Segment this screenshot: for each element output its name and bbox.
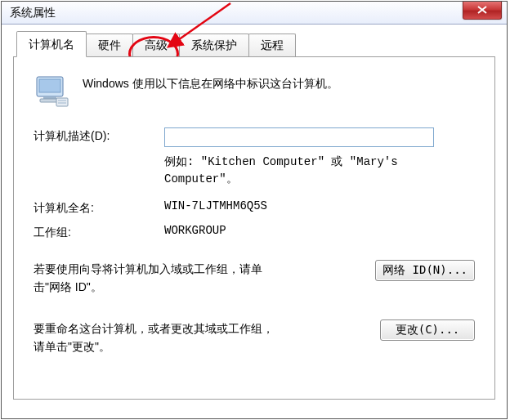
svg-rect-4 xyxy=(56,98,68,106)
form-grid: 计算机描述(D): 例如: "Kitchen Computer" 或 "Mary… xyxy=(34,127,475,240)
change-button[interactable]: 更改(C)... xyxy=(380,319,475,341)
full-computer-name-label: 计算机全名: xyxy=(34,199,164,216)
tabstrip: 计算机名 硬件 高级 系统保护 远程 xyxy=(13,33,495,57)
tab-advanced[interactable]: 高级 xyxy=(132,34,180,57)
close-icon xyxy=(477,6,487,14)
system-properties-window: 系统属性 计算机名 硬件 高级 系统保护 远程 xyxy=(1,1,508,419)
content-area: 计算机名 硬件 高级 系统保护 远程 xyxy=(2,25,507,408)
network-id-text: 若要使用向导将计算机加入域或工作组，请单 击"网络 ID"。 xyxy=(34,260,262,297)
intro-row: Windows 使用以下信息在网络中标识这台计算机。 xyxy=(34,72,475,109)
tab-remote[interactable]: 远程 xyxy=(248,34,296,57)
change-section: 要重命名这台计算机，或者更改其域或工作组， 请单击"更改"。 更改(C)... xyxy=(34,319,475,356)
titlebar: 系统属性 xyxy=(2,2,507,25)
tab-computer-name[interactable]: 计算机名 xyxy=(16,31,87,57)
computer-description-hint: 例如: "Kitchen Computer" 或 "Mary's Compute… xyxy=(164,154,475,188)
computer-description-input[interactable] xyxy=(164,127,434,147)
tab-hardware[interactable]: 硬件 xyxy=(86,34,133,57)
network-id-button[interactable]: 网络 ID(N)... xyxy=(375,260,475,281)
workgroup-label: 工作组: xyxy=(34,224,164,240)
svg-rect-1 xyxy=(39,79,60,92)
computer-icon xyxy=(34,72,71,109)
network-id-section: 若要使用向导将计算机加入域或工作组，请单 击"网络 ID"。 网络 ID(N).… xyxy=(34,260,475,297)
full-computer-name-value: WIN-7LJTMHM6Q5S xyxy=(164,199,475,212)
change-text: 要重命名这台计算机，或者更改其域或工作组， 请单击"更改"。 xyxy=(34,319,274,356)
computer-description-label: 计算机描述(D): xyxy=(34,127,164,144)
window-title: 系统属性 xyxy=(10,6,56,20)
close-button[interactable] xyxy=(463,2,502,20)
tab-body: Windows 使用以下信息在网络中标识这台计算机。 计算机描述(D): 例如:… xyxy=(13,56,495,400)
workgroup-value: WORKGROUP xyxy=(164,224,475,237)
tab-system-protection[interactable]: 系统保护 xyxy=(179,34,249,57)
intro-text: Windows 使用以下信息在网络中标识这台计算机。 xyxy=(83,72,338,92)
